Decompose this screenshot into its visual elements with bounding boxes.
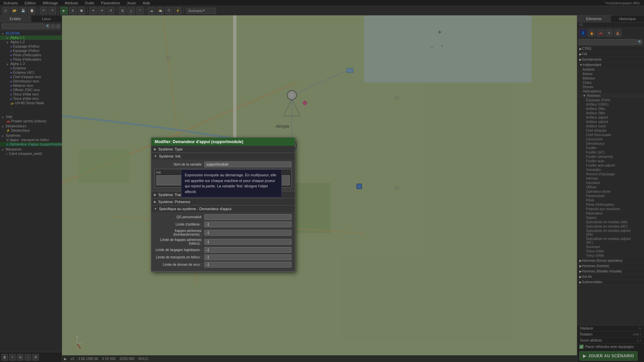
systeme-init-label: Système: Init. <box>159 154 181 158</box>
transports-input[interactable]: -1 <box>204 254 291 260</box>
frappes-bombes-label: frappes aériennes (bombardements) : <box>155 229 202 236</box>
systeme-type-header[interactable]: ▶ Système: Type <box>151 146 295 153</box>
frappes-bombes-input[interactable]: -1 <box>204 230 291 236</box>
arrow-type: ▶ <box>154 147 156 151</box>
arrow-init: ▼ <box>154 155 157 158</box>
frappes-bombes-row: frappes aériennes (bombardements) : -1 <box>155 229 291 236</box>
frappes-helico-label: Limite de frappes aériennes (hélico) : <box>155 238 202 245</box>
modal-titlebar: Modifier: Demandeur d'appui (supportmodu… <box>151 138 295 146</box>
section-systeme-type: ▶ Système: Type <box>151 146 295 153</box>
largages-label: Limite de largages logistiques : <box>155 248 202 252</box>
drones-reco-row: Limite de drones de reco : -1 <box>155 262 291 267</box>
specifique-body: QG personnalisé Limite d'artillerie : -1… <box>151 212 295 271</box>
drones-reco-input[interactable]: -1 <box>204 262 291 267</box>
artillerie-row: Limite d'artillerie : -1 <box>155 222 291 227</box>
modal-overlay[interactable]: Modifier: Demandeur d'appui (supportmodu… <box>0 0 644 362</box>
modal-dialog: Modifier: Demandeur d'appui (supportmodu… <box>151 137 295 272</box>
qg-row: QG personnalisé <box>155 214 291 220</box>
specifique-header[interactable]: ▼ Spécifique au système - Demandeur d'ap… <box>151 205 295 212</box>
variable-name-input[interactable]: supportmodule <box>204 162 291 167</box>
specifique-label: Spécifique au système - Demandeur d'appu… <box>159 207 231 211</box>
drones-reco-label: Limite de drones de reco : <box>155 263 202 266</box>
largages-input[interactable]: -1 <box>204 247 291 253</box>
artillerie-label: Limite d'artillerie : <box>155 223 202 226</box>
frappes-helico-row: Limite de frappes aériennes (hélico) : -… <box>155 238 291 245</box>
modal-title: Modifier: Demandeur d'appui (supportmodu… <box>155 139 243 144</box>
section-specifique: ▼ Spécifique au système - Demandeur d'ap… <box>151 205 295 272</box>
systeme-presence-label: Système: Présence <box>158 200 190 204</box>
qg-input[interactable] <box>204 214 291 220</box>
artillerie-input[interactable]: -1 <box>204 222 291 227</box>
tooltip-text: Expression invoquée au démarrage. En mul… <box>185 173 276 194</box>
frappes-helico-input[interactable]: -1 <box>204 239 291 245</box>
variable-name-label: Nom de la variable <box>155 163 202 166</box>
transports-label: Limite de transports en hélico : <box>155 255 202 259</box>
largages-row: Limite de largages logistiques : -1 <box>155 247 291 253</box>
arrow-presence: ▶ <box>154 200 156 203</box>
section-systeme-presence: ▶ Système: Présence <box>151 198 295 205</box>
transports-row: Limite de transports en hélico : -1 <box>155 254 291 260</box>
qg-label: QG personnalisé <box>155 215 202 219</box>
arrow-transform: ▶ <box>154 193 156 196</box>
tooltip-box: Expression invoquée au démarrage. En mul… <box>181 169 282 197</box>
systeme-presence-header[interactable]: ▶ Système: Présence <box>151 198 295 205</box>
arrow-specifique: ▼ <box>154 207 157 210</box>
systeme-init-header[interactable]: ▼ Système: Init. <box>151 153 295 160</box>
variable-name-row: Nom de la variable supportmodule <box>155 162 291 167</box>
systeme-type-label: Système: Type <box>158 147 183 151</box>
